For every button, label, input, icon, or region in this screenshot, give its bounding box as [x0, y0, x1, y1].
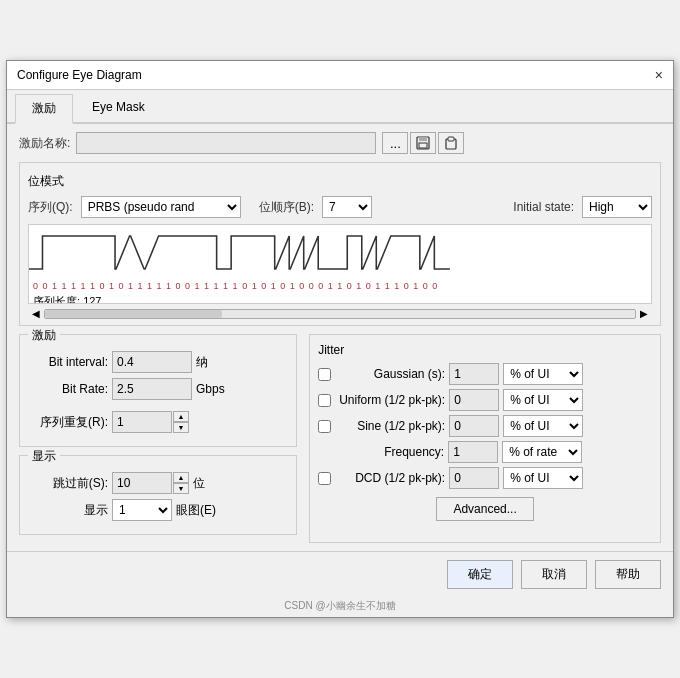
sine-checkbox[interactable] — [318, 420, 331, 433]
advanced-button[interactable]: Advanced... — [436, 497, 533, 521]
seq-select[interactable]: PRBS (pseudo rand — [81, 196, 241, 218]
seq-repeat-input[interactable] — [112, 411, 172, 433]
bit-rate-unit: Gbps — [196, 382, 225, 396]
dots-button[interactable]: ... — [382, 132, 408, 154]
jitter-uniform-row: Uniform (1/2 pk-pk): % of UI — [318, 389, 652, 411]
bit-interval-label: Bit interval: — [28, 355, 108, 369]
dialog-title: Configure Eye Diagram — [17, 68, 142, 82]
stim-name-row: 激励名称: ... — [19, 132, 661, 154]
jitter-sine-row: Sine (1/2 pk-pk): % of UI — [318, 415, 652, 437]
floppy-icon — [416, 136, 430, 150]
left-column: 激励 Bit interval: 纳 Bit Rate: Gbps — [19, 334, 297, 543]
bit-rate-input[interactable] — [112, 378, 192, 400]
bit-order-label: 位顺序(B): — [259, 199, 314, 216]
freq-unit-select[interactable]: % of rate — [502, 441, 582, 463]
bit-interval-input[interactable] — [112, 351, 192, 373]
uniform-input[interactable] — [449, 389, 499, 411]
freq-label: Frequency: — [334, 445, 444, 459]
jitter-title: Jitter — [318, 343, 652, 357]
show-select[interactable]: 1 — [112, 499, 172, 521]
skip-down[interactable]: ▼ — [173, 483, 189, 494]
cancel-button[interactable]: 取消 — [521, 560, 587, 589]
bit-interval-row: Bit interval: 纳 — [28, 351, 288, 373]
jitter-gaussian-row: Gaussian (s): % of UI — [318, 363, 652, 385]
skip-row: 跳过前(S): ▲ ▼ 位 — [28, 472, 288, 494]
two-column-area: 激励 Bit interval: 纳 Bit Rate: Gbps — [19, 334, 661, 543]
bottom-bar: 确定 取消 帮助 — [7, 551, 673, 597]
uniform-unit-select[interactable]: % of UI — [503, 389, 583, 411]
dcd-unit-select[interactable]: % of UI — [503, 467, 583, 489]
skip-spin: ▲ ▼ — [112, 472, 189, 494]
bit-rate-label: Bit Rate: — [28, 382, 108, 396]
dcd-input[interactable] — [449, 467, 499, 489]
show-label: 显示 — [28, 502, 108, 519]
bit-interval-unit: 纳 — [196, 354, 208, 371]
seq-repeat-down[interactable]: ▼ — [173, 422, 189, 433]
close-button[interactable]: × — [655, 67, 663, 83]
bit-rate-row: Bit Rate: Gbps — [28, 378, 288, 400]
show-spin: 1 — [112, 499, 172, 521]
dialog: Configure Eye Diagram × 激励 Eye Mask 激励名称… — [6, 60, 674, 618]
gaussian-checkbox[interactable] — [318, 368, 331, 381]
bit-sequence: 0 0 1 1 1 1 1 0 1 0 1 1 1 1 1 0 0 1 1 1 … — [29, 280, 651, 293]
clipboard-icon — [444, 136, 458, 150]
sine-input[interactable] — [449, 415, 499, 437]
sine-unit-select[interactable]: % of UI — [503, 415, 583, 437]
seq-length: 序列长度: 127 — [29, 293, 651, 304]
jitter-dcd-row: DCD (1/2 pk-pk): % of UI — [318, 467, 652, 489]
bit-order-select[interactable]: 7 — [322, 196, 372, 218]
svg-rect-1 — [419, 137, 427, 141]
confirm-button[interactable]: 确定 — [447, 560, 513, 589]
jitter-frequency-row: Frequency: % of rate — [318, 441, 652, 463]
waveform-scroll-row: ◀ ▶ — [28, 308, 652, 319]
waveform-area: 0 0 1 1 1 1 1 0 1 0 1 1 1 1 1 0 0 1 1 1 … — [28, 224, 652, 304]
save-button-2[interactable] — [438, 132, 464, 154]
stim-group: 激励 Bit interval: 纳 Bit Rate: Gbps — [19, 334, 297, 447]
gaussian-label: Gaussian (s): — [335, 367, 445, 381]
seq-repeat-spin: ▲ ▼ — [112, 411, 189, 433]
uniform-label: Uniform (1/2 pk-pk): — [335, 393, 445, 407]
stim-name-label: 激励名称: — [19, 135, 70, 152]
show-unit: 眼图(E) — [176, 502, 216, 519]
gaussian-input[interactable] — [449, 363, 499, 385]
save-button-1[interactable] — [410, 132, 436, 154]
skip-up[interactable]: ▲ — [173, 472, 189, 483]
show-row: 显示 1 眼图(E) — [28, 499, 288, 521]
tab-stimulus[interactable]: 激励 — [15, 94, 73, 124]
seq-repeat-label: 序列重复(R): — [28, 414, 108, 431]
svg-rect-4 — [448, 137, 454, 141]
initial-state-label: Initial state: — [513, 200, 574, 214]
initial-state-select[interactable]: High — [582, 196, 652, 218]
bit-mode-controls: 序列(Q): PRBS (pseudo rand 位顺序(B): 7 Initi… — [28, 196, 652, 218]
seq-label: 序列(Q): — [28, 199, 73, 216]
watermark: CSDN @小幽余生不加糖 — [7, 597, 673, 617]
scroll-right-btn[interactable]: ▶ — [636, 308, 652, 319]
display-group-label: 显示 — [28, 448, 60, 465]
gaussian-unit-select[interactable]: % of UI — [503, 363, 583, 385]
skip-input[interactable] — [112, 472, 172, 494]
dcd-label: DCD (1/2 pk-pk): — [335, 471, 445, 485]
display-group: 显示 跳过前(S): ▲ ▼ 位 — [19, 455, 297, 535]
svg-rect-2 — [419, 143, 427, 148]
uniform-checkbox[interactable] — [318, 394, 331, 407]
seq-repeat-up[interactable]: ▲ — [173, 411, 189, 422]
tab-eye-mask[interactable]: Eye Mask — [75, 94, 162, 122]
stim-group-label: 激励 — [28, 327, 60, 344]
seq-repeat-row: 序列重复(R): ▲ ▼ — [28, 411, 288, 433]
skip-label: 跳过前(S): — [28, 475, 108, 492]
title-bar: Configure Eye Diagram × — [7, 61, 673, 90]
bit-mode-title: 位模式 — [28, 173, 652, 190]
tab-bar: 激励 Eye Mask — [7, 90, 673, 124]
bit-mode-section: 位模式 序列(Q): PRBS (pseudo rand 位顺序(B): 7 I… — [19, 162, 661, 326]
dcd-checkbox[interactable] — [318, 472, 331, 485]
stim-name-input[interactable] — [76, 132, 376, 154]
waveform-svg — [29, 225, 651, 280]
help-button[interactable]: 帮助 — [595, 560, 661, 589]
sine-label: Sine (1/2 pk-pk): — [335, 419, 445, 433]
dialog-body: 激励名称: ... 位模式 序列(Q): PRBS (pseudo rand 位… — [7, 124, 673, 551]
scroll-left-btn[interactable]: ◀ — [28, 308, 44, 319]
scroll-bar[interactable] — [44, 309, 636, 319]
skip-unit: 位 — [193, 475, 205, 492]
freq-input[interactable] — [448, 441, 498, 463]
jitter-section: Jitter Gaussian (s): % of UI Uniform (1/… — [309, 334, 661, 543]
